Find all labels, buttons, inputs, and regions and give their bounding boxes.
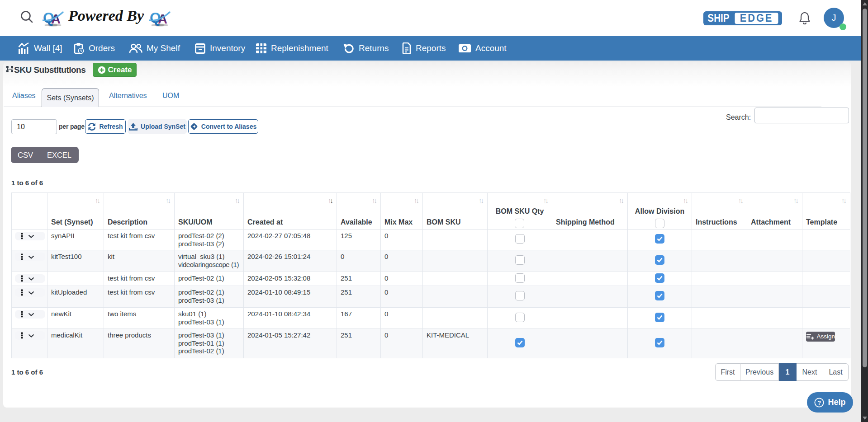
- svg-text:?: ?: [818, 399, 821, 406]
